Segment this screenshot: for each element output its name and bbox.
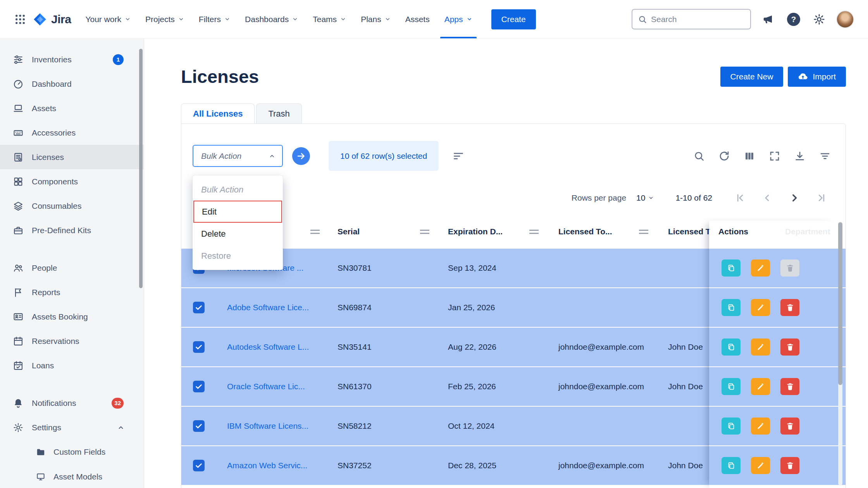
previous-page-button[interactable] xyxy=(761,192,773,204)
licenses-panel: Bulk Action 10 of 62 row(s) selected xyxy=(181,124,846,488)
jira-logo[interactable]: Jira xyxy=(33,12,71,27)
sort-lines-icon[interactable] xyxy=(453,150,464,162)
nav-assets[interactable]: Assets xyxy=(398,0,437,38)
sidebar-item-label: Notifications xyxy=(32,399,76,408)
first-page-button[interactable] xyxy=(734,192,746,204)
id-card-icon xyxy=(12,311,24,323)
rows-per-page-select[interactable]: 10 xyxy=(636,193,654,203)
sidebar-item-assets-booking[interactable]: Assets Booking xyxy=(0,304,144,329)
notifications-badge: 32 xyxy=(112,398,124,409)
nav-label: Filters xyxy=(199,15,221,24)
nav-your-work[interactable]: Your work xyxy=(78,0,138,38)
row-checkbox[interactable] xyxy=(193,460,205,471)
sidebar-item-assets[interactable]: Assets xyxy=(0,96,144,120)
sidebar-item-label: Components xyxy=(32,177,78,186)
sliders-icon xyxy=(12,54,24,65)
fullscreen-icon[interactable] xyxy=(768,150,781,162)
license-name-link[interactable]: Autodesk Software L... xyxy=(216,342,327,352)
expiration-cell: Sep 13, 2024 xyxy=(437,263,548,273)
menu-item-edit[interactable]: Edit xyxy=(193,201,282,223)
license-tabs: All Licenses Trash xyxy=(181,103,846,124)
sidebar-item-inventories[interactable]: Inventories 1 xyxy=(0,47,144,72)
sidebar-item-settings[interactable]: Settings xyxy=(0,415,144,440)
row-checkbox[interactable] xyxy=(193,302,205,313)
nav-dashboards[interactable]: Dashboards xyxy=(238,0,305,38)
announcements-icon[interactable] xyxy=(760,11,777,28)
pagination-range: 1-10 of 62 xyxy=(675,193,712,203)
sidebar-item-label: Reservations xyxy=(32,337,79,346)
serial-cell: SN35141 xyxy=(327,342,437,352)
sidebar-item-asset-models[interactable]: Asset Models xyxy=(0,464,144,488)
table-search-icon[interactable] xyxy=(693,150,705,162)
tab-all-licenses[interactable]: All Licenses xyxy=(181,103,255,124)
row-checkbox[interactable] xyxy=(193,341,205,353)
column-drag-handle[interactable] xyxy=(310,230,320,234)
filter-icon[interactable] xyxy=(819,150,831,162)
sidebar-item-reports[interactable]: Reports xyxy=(0,280,144,304)
sidebar-item-label: Assets Booking xyxy=(32,312,88,321)
sidebar-item-consumables[interactable]: Consumables xyxy=(0,194,144,218)
create-new-button[interactable]: Create New xyxy=(720,67,784,87)
menu-item-delete[interactable]: Delete xyxy=(193,223,283,245)
main-area: Licenses Create New Import All Licenses … xyxy=(144,39,868,488)
license-name-link[interactable]: IBM Software Licens... xyxy=(216,421,327,431)
sidebar-item-notifications[interactable]: Notifications 32 xyxy=(0,391,144,415)
user-avatar[interactable] xyxy=(836,10,854,28)
selection-info: 10 of 62 row(s) selected xyxy=(329,141,439,171)
expiration-cell: Feb 25, 2026 xyxy=(437,382,548,391)
sidebar-item-label: Licenses xyxy=(32,153,64,162)
row-checkbox[interactable] xyxy=(193,381,205,392)
sidebar-item-people[interactable]: People xyxy=(0,256,144,280)
tab-trash[interactable]: Trash xyxy=(256,103,301,124)
column-drag-handle[interactable] xyxy=(639,230,648,234)
row-checkbox[interactable] xyxy=(193,420,205,432)
app-switcher-icon[interactable] xyxy=(12,11,29,28)
nav-apps[interactable]: Apps xyxy=(437,0,480,38)
column-drag-handle[interactable] xyxy=(420,230,429,234)
settings-gear-icon[interactable] xyxy=(811,11,828,28)
bulk-action-select[interactable]: Bulk Action xyxy=(193,145,283,167)
nav-teams[interactable]: Teams xyxy=(305,0,353,38)
column-drag-handle[interactable] xyxy=(529,230,539,234)
toolbox-icon xyxy=(12,225,24,236)
search-input[interactable] xyxy=(651,15,736,24)
layers-icon xyxy=(12,200,24,212)
chevron-down-icon xyxy=(125,16,131,22)
refresh-icon[interactable] xyxy=(718,150,730,162)
sidebar-item-loans[interactable]: Loans xyxy=(0,353,144,378)
apply-bulk-action-button[interactable] xyxy=(292,147,310,165)
license-name-link[interactable]: Adobe Software Lice... xyxy=(216,303,327,312)
sidebar-item-custom-fields[interactable]: Custom Fields xyxy=(0,440,144,464)
import-button[interactable]: Import xyxy=(788,67,846,87)
nav-label: Dashboards xyxy=(245,15,289,24)
chevron-down-icon xyxy=(224,16,230,22)
nav-label: Apps xyxy=(444,15,463,24)
license-name-link[interactable]: Amazon Web Servic... xyxy=(216,461,327,470)
sidebar-item-accessories[interactable]: Accessories xyxy=(0,120,144,145)
nav-plans[interactable]: Plans xyxy=(353,0,398,38)
last-page-button[interactable] xyxy=(815,192,828,204)
sidebar-item-label: Settings xyxy=(32,423,61,432)
sidebar-item-licenses[interactable]: Licenses xyxy=(0,145,144,169)
calendar-check-icon xyxy=(12,360,24,371)
table-scrollbar-thumb[interactable] xyxy=(838,222,842,385)
create-button[interactable]: Create xyxy=(491,9,536,29)
people-icon xyxy=(12,262,24,274)
sidebar-scrollbar[interactable] xyxy=(139,49,143,288)
licensed-to-cell: johndoe@example.com xyxy=(548,461,657,470)
help-icon[interactable]: ? xyxy=(785,11,802,28)
nav-filters[interactable]: Filters xyxy=(191,0,238,38)
components-icon xyxy=(12,176,24,187)
nav-projects[interactable]: Projects xyxy=(138,0,191,38)
columns-icon[interactable] xyxy=(743,150,756,162)
license-name-link[interactable]: Oracle Software Lic... xyxy=(216,382,327,391)
bulk-action-value: Bulk Action xyxy=(201,151,241,161)
app-root: Jira Your work Projects Filters Dashboar… xyxy=(0,0,868,488)
next-page-button[interactable] xyxy=(788,192,801,204)
sidebar-item-pre-defined-kits[interactable]: Pre-Defined Kits xyxy=(0,218,144,242)
main-menu: Your work Projects Filters Dashboards Te… xyxy=(78,0,479,38)
sidebar-item-components[interactable]: Components xyxy=(0,169,144,194)
download-icon[interactable] xyxy=(794,150,806,162)
sidebar-item-dashboard[interactable]: Dashboard xyxy=(0,72,144,96)
sidebar-item-reservations[interactable]: Reservations xyxy=(0,329,144,353)
